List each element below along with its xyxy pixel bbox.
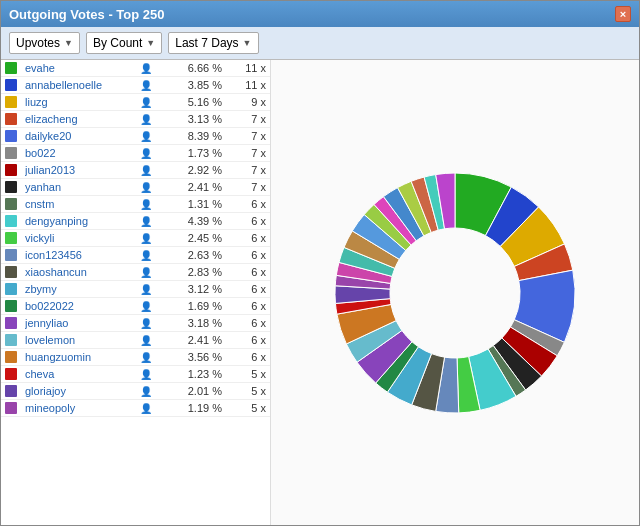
percentage-value: 8.39 % [176, 130, 226, 142]
count-value: 11 x [226, 79, 266, 91]
username-link[interactable]: evahe [25, 62, 116, 74]
user-icon: 👤 [116, 165, 176, 176]
user-icon: 👤 [116, 63, 176, 74]
vote-type-dropdown[interactable]: Upvotes ▼ [9, 32, 80, 54]
table-row: cnstm 👤 1.31 % 6 x [1, 196, 270, 213]
count-value: 5 x [226, 368, 266, 380]
percentage-value: 2.45 % [176, 232, 226, 244]
count-value: 6 x [226, 266, 266, 278]
table-row: bo022022 👤 1.69 % 6 x [1, 298, 270, 315]
table-row: annabellenoelle 👤 3.85 % 11 x [1, 77, 270, 94]
count-value: 6 x [226, 334, 266, 346]
count-value: 6 x [226, 198, 266, 210]
percentage-value: 3.56 % [176, 351, 226, 363]
count-value: 6 x [226, 232, 266, 244]
color-indicator [5, 317, 17, 329]
table-row: vickyli 👤 2.45 % 6 x [1, 230, 270, 247]
count-value: 6 x [226, 300, 266, 312]
username-link[interactable]: zbymy [25, 283, 116, 295]
color-indicator [5, 266, 17, 278]
content-area: evahe 👤 6.66 % 11 x annabellenoelle 👤 3.… [1, 60, 639, 525]
color-indicator [5, 130, 17, 142]
table-row: zbymy 👤 3.12 % 6 x [1, 281, 270, 298]
count-value: 11 x [226, 62, 266, 74]
vote-type-label: Upvotes [16, 36, 60, 50]
sort-by-label: By Count [93, 36, 142, 50]
count-value: 7 x [226, 113, 266, 125]
percentage-value: 1.23 % [176, 368, 226, 380]
table-row: evahe 👤 6.66 % 11 x [1, 60, 270, 77]
user-icon: 👤 [116, 114, 176, 125]
username-link[interactable]: xiaoshancun [25, 266, 116, 278]
table-row: liuzg 👤 5.16 % 9 x [1, 94, 270, 111]
percentage-value: 2.92 % [176, 164, 226, 176]
username-link[interactable]: annabellenoelle [25, 79, 116, 91]
username-link[interactable]: huangzuomin [25, 351, 116, 363]
time-range-dropdown[interactable]: Last 7 Days ▼ [168, 32, 258, 54]
user-icon: 👤 [116, 131, 176, 142]
username-link[interactable]: elizacheng [25, 113, 116, 125]
chart-panel [271, 60, 639, 525]
username-link[interactable]: mineopoly [25, 402, 116, 414]
close-button[interactable]: × [615, 6, 631, 22]
percentage-value: 3.85 % [176, 79, 226, 91]
color-indicator [5, 62, 17, 74]
username-link[interactable]: lovelemon [25, 334, 116, 346]
username-link[interactable]: vickyli [25, 232, 116, 244]
user-icon: 👤 [116, 250, 176, 261]
table-row: xiaoshancun 👤 2.83 % 6 x [1, 264, 270, 281]
username-link[interactable]: cheva [25, 368, 116, 380]
username-link[interactable]: dailyke20 [25, 130, 116, 142]
username-link[interactable]: dengyanping [25, 215, 116, 227]
count-value: 9 x [226, 96, 266, 108]
percentage-value: 3.13 % [176, 113, 226, 125]
username-link[interactable]: cnstm [25, 198, 116, 210]
count-value: 6 x [226, 215, 266, 227]
main-window: Outgoing Votes - Top 250 × Upvotes ▼ By … [0, 0, 640, 526]
username-link[interactable]: icon123456 [25, 249, 116, 261]
chevron-down-icon: ▼ [243, 38, 252, 48]
color-indicator [5, 164, 17, 176]
color-indicator [5, 147, 17, 159]
table-row: bo022 👤 1.73 % 7 x [1, 145, 270, 162]
user-icon: 👤 [116, 284, 176, 295]
count-value: 7 x [226, 147, 266, 159]
percentage-value: 1.69 % [176, 300, 226, 312]
color-indicator [5, 385, 17, 397]
username-link[interactable]: yanhan [25, 181, 116, 193]
percentage-value: 2.63 % [176, 249, 226, 261]
percentage-value: 6.66 % [176, 62, 226, 74]
chevron-down-icon: ▼ [146, 38, 155, 48]
user-list: evahe 👤 6.66 % 11 x annabellenoelle 👤 3.… [1, 60, 270, 417]
user-icon: 👤 [116, 182, 176, 193]
username-link[interactable]: liuzg [25, 96, 116, 108]
sort-by-dropdown[interactable]: By Count ▼ [86, 32, 162, 54]
percentage-value: 4.39 % [176, 215, 226, 227]
percentage-value: 2.01 % [176, 385, 226, 397]
titlebar: Outgoing Votes - Top 250 × [1, 1, 639, 27]
percentage-value: 5.16 % [176, 96, 226, 108]
percentage-value: 2.41 % [176, 334, 226, 346]
table-row: dengyanping 👤 4.39 % 6 x [1, 213, 270, 230]
user-icon: 👤 [116, 301, 176, 312]
count-value: 6 x [226, 249, 266, 261]
window-title: Outgoing Votes - Top 250 [9, 7, 165, 22]
color-indicator [5, 351, 17, 363]
username-link[interactable]: bo022022 [25, 300, 116, 312]
toolbar: Upvotes ▼ By Count ▼ Last 7 Days ▼ [1, 27, 639, 60]
percentage-value: 3.18 % [176, 317, 226, 329]
color-indicator [5, 96, 17, 108]
username-link[interactable]: gloriajoy [25, 385, 116, 397]
table-row: cheva 👤 1.23 % 5 x [1, 366, 270, 383]
color-indicator [5, 232, 17, 244]
user-icon: 👤 [116, 318, 176, 329]
username-link[interactable]: julian2013 [25, 164, 116, 176]
count-value: 5 x [226, 402, 266, 414]
user-list-panel: evahe 👤 6.66 % 11 x annabellenoelle 👤 3.… [1, 60, 271, 525]
user-icon: 👤 [116, 352, 176, 363]
username-link[interactable]: jennyliao [25, 317, 116, 329]
username-link[interactable]: bo022 [25, 147, 116, 159]
count-value: 6 x [226, 317, 266, 329]
color-indicator [5, 402, 17, 414]
percentage-value: 1.19 % [176, 402, 226, 414]
